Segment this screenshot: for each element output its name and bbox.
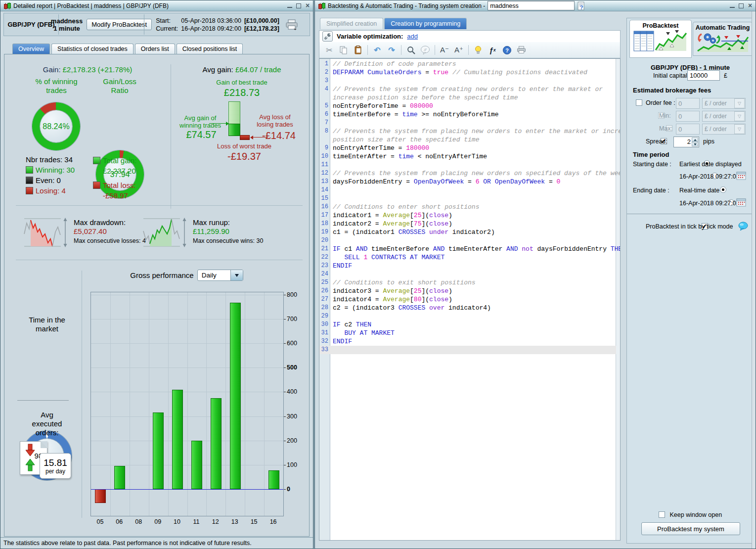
spin-down-icon[interactable] [692, 142, 698, 146]
tab-creation-by-programming[interactable]: Creation by programming [384, 18, 467, 29]
comment-icon[interactable]: // [420, 45, 430, 55]
code-line[interactable]: 9noEntryAfterTime = 180000 [319, 144, 616, 152]
tab-statistics[interactable]: Statistics of closed trades [51, 44, 133, 54]
code-line[interactable]: 16// Conditions to enter short positions [319, 203, 616, 211]
code-line[interactable]: 26indicator3 = Average[25](close) [319, 287, 616, 295]
search-icon[interactable] [406, 45, 416, 55]
gridline [149, 292, 149, 516]
code-line[interactable]: 5noEntryBeforeTime = 080000 [319, 102, 616, 110]
code-line[interactable]: 30IF c2 THEN [319, 320, 616, 329]
panel-tab-probacktest[interactable]: ProBacktest [629, 20, 692, 58]
calendar-icon[interactable] [736, 198, 746, 207]
close-button[interactable]: × [305, 3, 311, 9]
tab-orders-list[interactable]: Orders list [135, 44, 175, 54]
maximize-button[interactable] [296, 3, 302, 9]
code-line[interactable]: 10timeEnterAfter = time < noEntryAfterTi… [319, 152, 616, 161]
avg-win-label: Avg gain ofwinning trades [176, 114, 225, 129]
initial-capital-input[interactable] [687, 70, 720, 81]
tab-simplified-creation[interactable]: Simplified creation [320, 18, 383, 29]
paste-icon[interactable] [353, 45, 363, 55]
gross-performance-chart [90, 292, 284, 516]
minimize-button[interactable] [729, 3, 735, 9]
report-tabs: Overview Statistics of closed trades Ord… [12, 44, 243, 54]
spread-stepper[interactable]: 2 [673, 137, 699, 147]
code-editor[interactable]: 1// Definition of code parameters2DEFPAR… [319, 58, 621, 541]
trades-legend: Nbr trades: 34 Winning: 30 Even: 0 Losin… [26, 154, 75, 196]
code-line[interactable]: 12// Prevents the system from placing ne… [319, 169, 616, 178]
gain-loss-ratio-title: Gain/LossRatio [88, 77, 152, 95]
print-icon[interactable] [285, 19, 298, 30]
code-line[interactable]: 31 BUY AT MARKET [319, 329, 616, 337]
code-line[interactable]: 3 [319, 77, 616, 85]
increase-font-icon[interactable]: A⁺ [454, 45, 464, 55]
code-line[interactable]: position size after the specified time [319, 136, 616, 144]
code-line[interactable]: 32ENDIF [319, 337, 616, 346]
code-line[interactable]: 21IF c1 AND timeEnterBefore AND timeEnte… [319, 245, 616, 253]
order-fee-checkbox[interactable] [636, 99, 642, 106]
lightbulb-icon[interactable] [473, 45, 483, 55]
spin-up-icon[interactable] [692, 137, 698, 142]
panel-tab-automatic-trading[interactable]: Automatic Trading [693, 22, 753, 56]
code-line[interactable]: 18indicator2 = Average[75](close) [319, 220, 616, 228]
code-line[interactable]: 17indicator1 = Average[25](close) [319, 211, 616, 220]
code-line[interactable]: 2DEFPARAM CumulateOrders = true // Cumul… [319, 68, 616, 77]
code-line[interactable]: 8// Prevents the system from placing new… [319, 127, 616, 136]
code-line[interactable]: 28c2 = (indicator3 CROSSES over indicato… [319, 304, 616, 312]
max-fee-unit-select[interactable]: £ / order▽ [702, 124, 746, 135]
print-icon[interactable] [516, 45, 526, 55]
keep-open-row: Keep window open [627, 511, 754, 518]
ending-realtime-radio[interactable] [720, 186, 726, 193]
code-line[interactable]: 22 SELL 1 CONTRACTS AT MARKET [319, 253, 616, 262]
functions-icon[interactable]: ƒx [488, 45, 497, 55]
chevron-down-icon[interactable]: ▽ [734, 111, 745, 121]
code-line[interactable]: 27indicator4 = Average[80](close) [319, 295, 616, 304]
code-line[interactable]: 14 [319, 186, 616, 194]
code-line[interactable]: 24 [319, 270, 616, 278]
undo-icon[interactable]: ↶ [372, 45, 382, 55]
window-scrollbar[interactable] [752, 11, 756, 549]
code-line[interactable]: 15 [319, 194, 616, 203]
redo-icon[interactable]: ↷ [387, 45, 397, 55]
tab-overview[interactable]: Overview [12, 44, 50, 54]
period-select[interactable]: Daily [197, 270, 243, 281]
close-button[interactable]: × [747, 3, 753, 9]
system-name-input[interactable] [488, 1, 575, 10]
decrease-font-icon[interactable]: A⁻ [440, 45, 449, 55]
min-fee-input[interactable] [676, 111, 700, 122]
code-line[interactable]: 13daysForbiddenEntry = OpenDayOfWeek = 6… [319, 178, 616, 186]
chevron-down-icon[interactable]: ▽ [734, 124, 745, 134]
minimize-button[interactable] [287, 3, 293, 9]
calendar-icon[interactable] [736, 171, 746, 180]
run-probacktest-button[interactable]: ProBacktest my system [641, 522, 740, 535]
y-tick-label: 600 [284, 340, 297, 347]
code-line[interactable]: 20 [319, 236, 616, 245]
tab-closed-positions[interactable]: Closed positions list [177, 44, 243, 54]
code-line[interactable]: 11 [319, 161, 616, 169]
code-line[interactable]: 29 [319, 312, 616, 320]
min-fee-unit-select[interactable]: £ / order▽ [702, 111, 746, 122]
x-tick-label: 08 [135, 518, 142, 525]
code-line[interactable]: increase position size before the specif… [319, 93, 616, 102]
chevron-down-icon[interactable] [230, 270, 243, 280]
modify-probacktest-button[interactable]: Modify ProBacktest [87, 19, 152, 30]
copy-icon[interactable] [339, 45, 349, 55]
help-doc-icon[interactable]: ? [577, 1, 586, 10]
max-fee-input[interactable] [676, 124, 700, 135]
code-line[interactable]: 33 [319, 346, 616, 354]
code-line[interactable]: 7 [319, 119, 616, 127]
code-line[interactable]: 1// Definition of code parameters [319, 60, 616, 68]
code-line[interactable]: 19c1 = (indicator1 CROSSES under indicat… [319, 228, 616, 236]
help-icon[interactable]: ? [502, 45, 512, 55]
x-tick-label: 10 [174, 518, 180, 525]
code-line[interactable]: 25// Conditions to exit short positions [319, 278, 616, 287]
maximize-button[interactable] [738, 3, 744, 9]
code-line[interactable]: 23ENDIF [319, 262, 616, 270]
add-variable-link[interactable]: add [407, 33, 418, 40]
cut-icon[interactable]: ✂ [324, 45, 334, 55]
order-fee-unit-select[interactable]: £ / order▽ [702, 98, 746, 109]
order-fee-input[interactable] [676, 98, 700, 109]
code-line[interactable]: 6timeEnterBefore = time >= noEntryBefore… [319, 110, 616, 119]
keep-open-checkbox[interactable] [659, 511, 665, 518]
code-line[interactable]: 4// Prevents the system from creating ne… [319, 85, 616, 93]
chevron-down-icon[interactable]: ▽ [734, 98, 745, 108]
